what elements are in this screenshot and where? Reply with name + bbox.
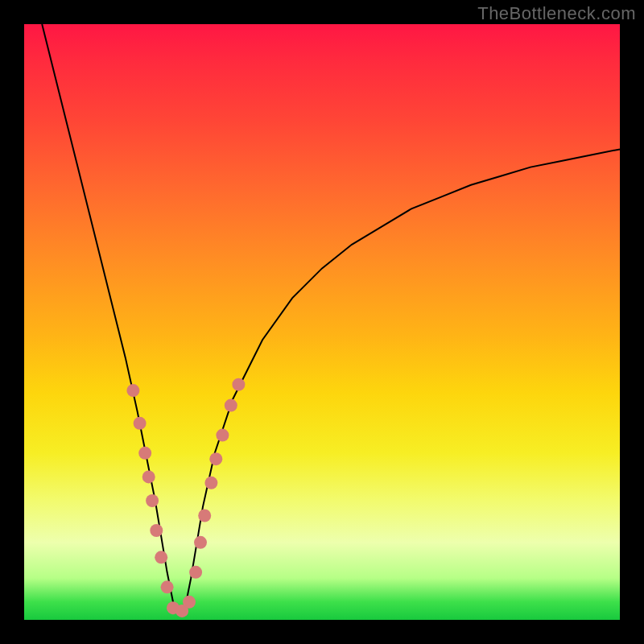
marker-dot [209,452,222,465]
bottleneck-curve [42,24,620,614]
marker-dot [150,524,163,537]
chart-frame: TheBottleneck.com [0,0,644,644]
marker-dot [142,470,155,483]
marker-dot [138,447,151,460]
marker-dot [146,494,159,507]
marker-dot [198,510,211,522]
marker-dot [204,477,217,489]
marker-dot [161,580,174,593]
marker-dot [225,399,237,412]
watermark-text: TheBottleneck.com [477,3,636,24]
plot-svg [24,24,620,620]
marker-dot [183,596,196,609]
marker-dot [216,429,229,442]
marker-dot [232,378,245,391]
marker-dot [134,417,147,430]
marker-dot [189,566,202,579]
plot-area [24,24,620,620]
marker-dot [194,536,207,549]
marker-dot [126,384,139,397]
marker-dot [155,551,167,564]
